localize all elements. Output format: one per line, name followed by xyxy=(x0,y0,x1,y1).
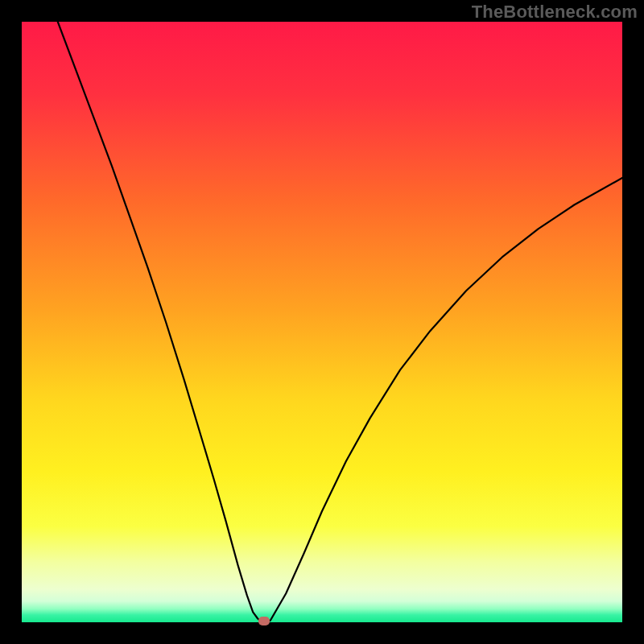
plot-area xyxy=(22,22,622,622)
watermark-label: TheBottleneck.com xyxy=(472,2,638,23)
chart-frame: TheBottleneck.com xyxy=(0,0,644,644)
optimum-marker xyxy=(258,617,270,625)
plot-svg xyxy=(22,22,622,622)
gradient-background xyxy=(22,22,622,622)
